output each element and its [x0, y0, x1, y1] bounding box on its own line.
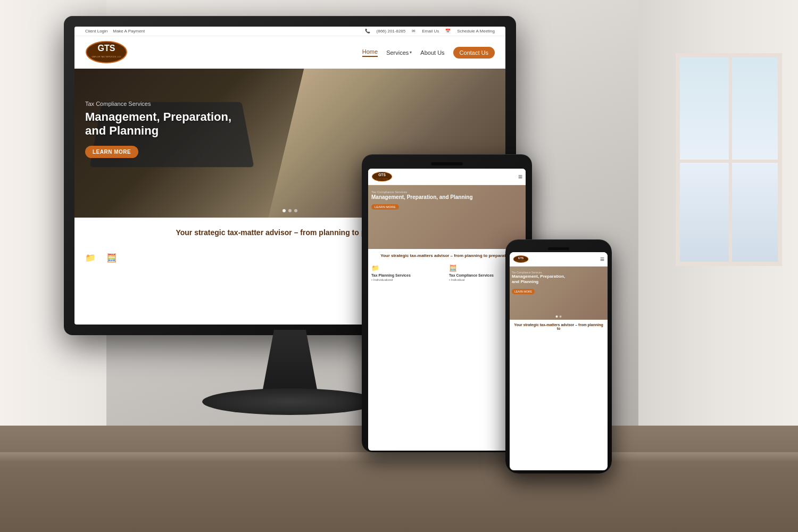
nav-services[interactable]: Services — [386, 49, 409, 56]
tablet-screen: GTS GAYLOR TAX SERVICES ≡ Tax Compliance… — [368, 169, 526, 451]
phone-hero-text: Tax Compliance Services Management, Prep… — [512, 271, 566, 295]
topbar-contact: 📞 (866) 201-8285 ✉ Email Us 📅 Schedule A… — [365, 29, 495, 34]
nav-services-wrapper[interactable]: Services ▾ — [386, 49, 412, 56]
phone-tagline: Your strategic tax-matters advisor – fro… — [510, 320, 608, 334]
service-1-icon: 📁 — [85, 253, 96, 262]
phone-hero-cta[interactable]: LEARN MORE — [512, 289, 535, 294]
service-1: 📁 — [85, 253, 96, 263]
services-dropdown-arrow: ▾ — [410, 50, 412, 55]
hero-text-block: Tax Compliance Services Management, Prep… — [85, 101, 231, 158]
window-divider-v — [729, 57, 732, 262]
tablet-service-1-title: Tax Planning Services — [371, 273, 445, 277]
tablet-hero-text: Tax Compliance Services Management, Prep… — [371, 190, 473, 210]
tablet-hero-cta[interactable]: LEARN MORE — [371, 204, 399, 210]
phone-screen: GTS GAYLOR TAX SERVICES ≡ Tax Compliance… — [510, 252, 608, 470]
dot-3[interactable] — [294, 209, 297, 212]
phone-number: (866) 201-8285 — [377, 29, 406, 34]
tablet-logo: GTS GAYLOR TAX SERVICES — [371, 171, 393, 182]
email-link[interactable]: Email Us — [422, 29, 439, 34]
phone-hero-title: Management, Preparation, and Planning — [512, 274, 566, 285]
dot-1[interactable] — [282, 209, 286, 212]
svg-text:GTS: GTS — [378, 173, 386, 177]
nav-home[interactable]: Home — [362, 48, 378, 57]
phone-slider-dots — [556, 315, 562, 318]
svg-text:GTS: GTS — [98, 44, 115, 53]
smartphone: GTS GAYLOR TAX SERVICES ≡ Tax Compliance… — [505, 239, 612, 473]
schedule-link[interactable]: Schedule A Meeting — [457, 29, 495, 34]
calendar-icon: 📅 — [445, 29, 451, 34]
dot-2[interactable] — [288, 209, 292, 212]
monitor-base — [202, 388, 378, 415]
service-2-icon: 🧮 — [106, 253, 117, 262]
tablet-service-1-icon: 📁 — [371, 264, 445, 272]
phone-bezel: GTS GAYLOR TAX SERVICES ≡ Tax Compliance… — [505, 239, 612, 473]
hero-title: Management, Preparation, and Planning — [85, 110, 231, 138]
nav-about[interactable]: About Us — [420, 49, 444, 56]
nav-links: Home Services ▾ About Us Contact Us — [362, 47, 495, 59]
phone-hero: Tax Compliance Services Management, Prep… — [510, 267, 608, 320]
client-login-link[interactable]: Client Login — [85, 29, 107, 34]
svg-text:GTS: GTS — [518, 256, 524, 260]
tablet-services: 📁 Tax Planning Services • Individualized… — [368, 262, 526, 284]
gts-logo: GTS GAYLOR TAX SERVICES, LLC — [85, 40, 128, 64]
nav-contact-button[interactable]: Contact Us — [453, 47, 495, 59]
make-payment-link[interactable]: Make A Payment — [113, 29, 145, 34]
phone-dot-1 — [556, 315, 558, 318]
slider-dots — [282, 209, 297, 212]
tablet-tagline: Your strategic tax-matters advisor – fro… — [368, 249, 526, 262]
hero-title-line1: Management, Preparation, — [85, 110, 231, 123]
hero-subtitle: Tax Compliance Services — [85, 101, 231, 107]
phone-logo: GTS GAYLOR TAX SERVICES — [513, 254, 529, 264]
tablet-notch — [431, 162, 463, 165]
tablet-service-1: 📁 Tax Planning Services • Individualized — [371, 264, 445, 281]
tablet-service-1-desc: • Individualized — [371, 278, 445, 281]
tablet-hero: Tax Compliance Services Management, Prep… — [368, 185, 526, 249]
hero-title-line2: and Planning — [85, 124, 159, 137]
svg-text:GAYLOR TAX SERVICES, LLC: GAYLOR TAX SERVICES, LLC — [92, 55, 121, 58]
phone-icon: 📞 — [365, 29, 370, 34]
phone-nav: GTS GAYLOR TAX SERVICES ≡ — [510, 252, 608, 267]
monitor-neck — [250, 330, 330, 394]
website-navbar: GTS GAYLOR TAX SERVICES, LLC Home Servic… — [74, 36, 505, 69]
wall-right — [638, 0, 798, 426]
topbar-left-links: Client Login Make A Payment — [85, 29, 145, 34]
svg-text:GAYLOR TAX SERVICES: GAYLOR TAX SERVICES — [376, 178, 388, 179]
email-icon: ✉ — [412, 29, 415, 34]
service-2: 🧮 — [106, 253, 117, 263]
phone-dot-2 — [560, 315, 562, 318]
tablet-hamburger[interactable]: ≡ — [518, 172, 522, 181]
tablet-hero-title: Management, Preparation, and Planning — [371, 194, 473, 201]
phone-notch — [548, 247, 569, 250]
tablet-nav: GTS GAYLOR TAX SERVICES ≡ — [368, 169, 526, 185]
window — [676, 53, 782, 266]
phone-hamburger[interactable]: ≡ — [600, 255, 604, 263]
website-topbar: Client Login Make A Payment 📞 (866) 201-… — [74, 27, 505, 36]
table-front-edge — [0, 452, 798, 463]
hero-cta-button[interactable]: LEARN MORE — [85, 146, 138, 158]
